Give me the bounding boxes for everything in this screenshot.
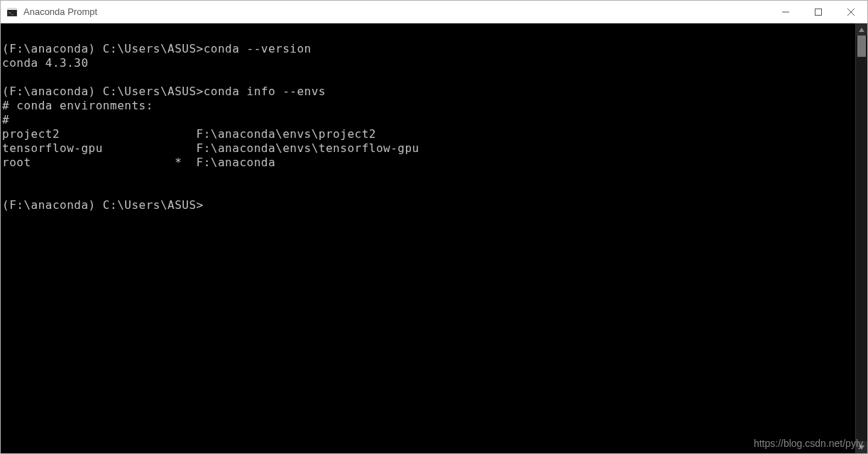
- terminal-area[interactable]: (F:\anaconda) C:\Users\ASUS>conda --vers…: [1, 23, 867, 453]
- terminal-line: root * F:\anaconda: [2, 156, 855, 170]
- scroll-down-arrow[interactable]: [856, 441, 867, 453]
- terminal-output[interactable]: (F:\anaconda) C:\Users\ASUS>conda --vers…: [1, 23, 855, 453]
- scroll-up-arrow[interactable]: [856, 23, 867, 36]
- svg-rect-4: [815, 9, 822, 15]
- window-controls: [769, 1, 867, 23]
- terminal-line: conda 4.3.30: [2, 56, 855, 70]
- terminal-line: tensorflow-gpu F:\anaconda\envs\tensorfl…: [2, 141, 855, 156]
- terminal-line: project2 F:\anaconda\envs\project2: [2, 127, 855, 141]
- vertical-scrollbar[interactable]: [855, 23, 867, 453]
- svg-marker-7: [859, 28, 864, 32]
- minimize-button[interactable]: [769, 1, 802, 23]
- window-title: Anaconda Prompt: [23, 6, 769, 17]
- terminal-line: [2, 184, 855, 198]
- terminal-line: [2, 70, 855, 85]
- svg-marker-8: [859, 445, 864, 450]
- terminal-line: [2, 28, 855, 42]
- terminal-line: # conda environments:: [2, 99, 855, 113]
- close-button[interactable]: [835, 1, 867, 23]
- svg-rect-1: [7, 8, 17, 10]
- anaconda-prompt-window: >_ Anaconda Prompt (F:\anaconda) C:\User…: [0, 0, 868, 454]
- terminal-line: [2, 170, 855, 184]
- svg-text:>_: >_: [9, 11, 14, 15]
- window-titlebar[interactable]: >_ Anaconda Prompt: [1, 1, 867, 23]
- terminal-line: (F:\anaconda) C:\Users\ASUS>: [2, 198, 855, 212]
- terminal-line: (F:\anaconda) C:\Users\ASUS>conda info -…: [2, 85, 855, 99]
- maximize-button[interactable]: [802, 1, 835, 23]
- terminal-line: #: [2, 113, 855, 127]
- scroll-thumb[interactable]: [857, 36, 866, 57]
- terminal-line: (F:\anaconda) C:\Users\ASUS>conda --vers…: [2, 42, 855, 56]
- terminal-icon: >_: [6, 6, 18, 18]
